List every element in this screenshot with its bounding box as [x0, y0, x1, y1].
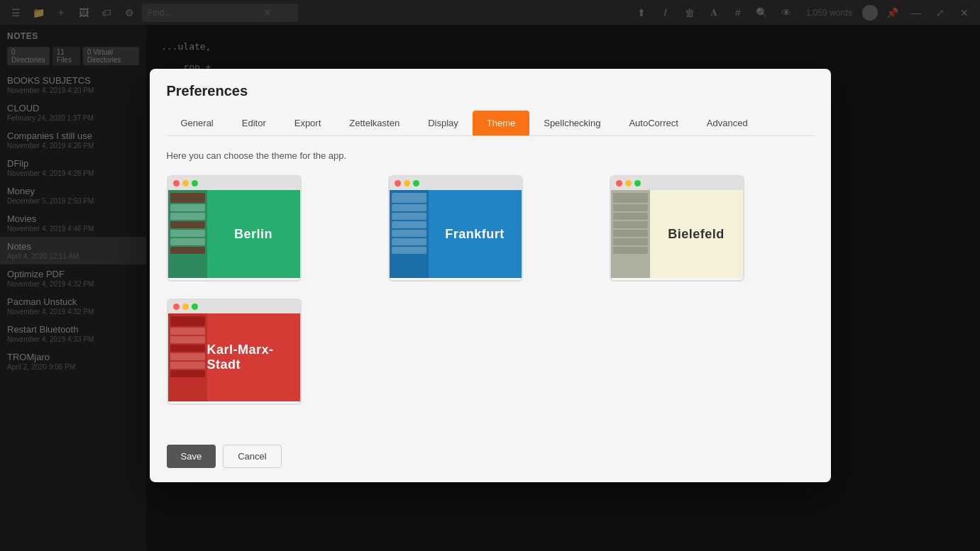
modal-body: Here you can choose the theme for the ap…: [150, 136, 831, 436]
theme-name-berlin: Berlin: [207, 190, 300, 278]
theme-row2: Karl-Marx-Stadt: [167, 299, 814, 405]
window-chrome: [168, 177, 300, 190]
dot-red: [395, 180, 401, 187]
dot-red: [173, 180, 180, 187]
dot-green: [192, 180, 198, 187]
dot-red: [173, 304, 180, 310]
theme-grid: Berlin: [167, 175, 814, 282]
modal-overlay: Preferences General Editor Export Zettel…: [0, 0, 980, 551]
theme-card-frankfurt[interactable]: Frankfurt: [388, 175, 523, 282]
sidebar-mock: [390, 190, 429, 278]
modal-title: Preferences: [167, 83, 814, 99]
tab-export[interactable]: Export: [280, 111, 336, 135]
preferences-modal: Preferences General Editor Export Zettel…: [150, 69, 831, 482]
window-chrome: [390, 177, 522, 190]
theme-card-bielefeld[interactable]: Bielefeld: [610, 175, 744, 282]
sidebar-mock: [168, 313, 207, 401]
tab-advanced[interactable]: Advanced: [693, 111, 762, 135]
dot-yellow: [404, 180, 410, 187]
theme-card-berlin[interactable]: Berlin: [167, 175, 302, 282]
tab-spellchecking[interactable]: Spellchecking: [529, 111, 615, 135]
tab-theme[interactable]: Theme: [473, 111, 529, 135]
window-body: Frankfurt: [390, 190, 522, 278]
tab-zettelkasten[interactable]: Zettelkasten: [335, 111, 414, 135]
theme-card-kms[interactable]: Karl-Marx-Stadt: [167, 299, 302, 405]
tab-general[interactable]: General: [167, 111, 228, 135]
window-body: Karl-Marx-Stadt: [168, 313, 300, 401]
window-chrome: [611, 177, 743, 190]
dot-yellow: [625, 180, 632, 187]
theme-name-frankfurt: Frankfurt: [429, 190, 522, 278]
cancel-button[interactable]: Cancel: [223, 445, 281, 468]
window-chrome: [168, 300, 300, 313]
modal-footer: Save Cancel: [150, 436, 831, 482]
window-body: Bielefeld: [611, 190, 743, 278]
save-button[interactable]: Save: [167, 445, 216, 468]
sidebar-mock: [611, 190, 650, 278]
tab-editor[interactable]: Editor: [228, 111, 280, 135]
modal-header: Preferences General Editor Export Zettel…: [150, 69, 831, 136]
dot-yellow: [182, 304, 189, 310]
tab-display[interactable]: Display: [414, 111, 473, 135]
dot-green: [634, 180, 641, 187]
modal-tabs: General Editor Export Zettelkasten Displ…: [167, 111, 814, 136]
dot-green: [192, 304, 198, 310]
dot-green: [413, 180, 419, 187]
dot-yellow: [182, 180, 189, 187]
theme-name-bielefeld: Bielefeld: [650, 190, 743, 278]
theme-name-kms: Karl-Marx-Stadt: [207, 313, 300, 401]
sidebar-mock: [168, 190, 207, 278]
dot-red: [616, 180, 622, 187]
tab-autocorrect[interactable]: AutoCorrect: [615, 111, 692, 135]
window-body: Berlin: [168, 190, 300, 278]
modal-subtitle: Here you can choose the theme for the ap…: [167, 150, 814, 161]
